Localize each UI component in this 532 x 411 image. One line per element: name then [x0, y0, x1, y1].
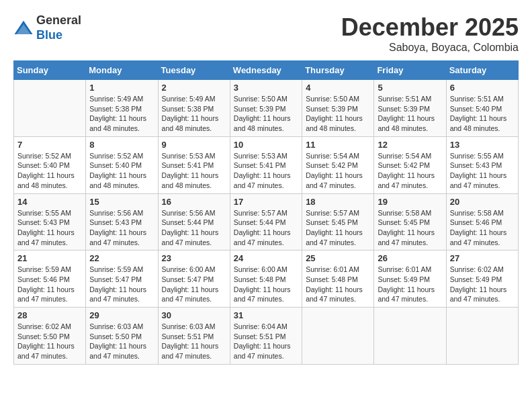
day-number: 5: [378, 83, 442, 93]
day-number: 2: [162, 83, 226, 93]
calendar-cell: 21Sunrise: 5:59 AM Sunset: 5:46 PM Dayli…: [14, 250, 86, 308]
calendar-cell: 7Sunrise: 5:52 AM Sunset: 5:40 PM Daylig…: [14, 136, 86, 193]
day-info: Sunrise: 5:52 AM Sunset: 5:40 PM Dayligh…: [89, 151, 154, 191]
calendar-cell: 18Sunrise: 5:57 AM Sunset: 5:45 PM Dayli…: [302, 193, 374, 250]
day-number: 11: [306, 140, 370, 150]
day-number: 10: [234, 140, 298, 150]
day-number: 21: [17, 253, 82, 263]
calendar-cell: 10Sunrise: 5:53 AM Sunset: 5:41 PM Dayli…: [230, 136, 302, 193]
calendar-cell: 24Sunrise: 6:00 AM Sunset: 5:48 PM Dayli…: [230, 250, 302, 308]
day-number: 26: [378, 253, 442, 263]
day-number: 8: [89, 140, 154, 150]
week-row-4: 21Sunrise: 5:59 AM Sunset: 5:46 PM Dayli…: [14, 250, 519, 308]
calendar-cell: 22Sunrise: 5:59 AM Sunset: 5:47 PM Dayli…: [86, 250, 158, 308]
day-info: Sunrise: 5:50 AM Sunset: 5:39 PM Dayligh…: [306, 94, 370, 134]
day-info: Sunrise: 6:01 AM Sunset: 5:48 PM Dayligh…: [306, 265, 370, 304]
location-subtitle: Saboya, Boyaca, Colombia: [341, 42, 519, 54]
weekday-header-row: SundayMondayTuesdayWednesdayThursdayFrid…: [14, 61, 519, 80]
day-info: Sunrise: 5:51 AM Sunset: 5:40 PM Dayligh…: [450, 94, 515, 134]
day-number: 16: [162, 197, 226, 207]
day-number: 7: [17, 140, 82, 150]
day-info: Sunrise: 6:00 AM Sunset: 5:48 PM Dayligh…: [234, 265, 298, 304]
calendar-cell: 1Sunrise: 5:49 AM Sunset: 5:38 PM Daylig…: [86, 80, 158, 137]
calendar-cell: 2Sunrise: 5:49 AM Sunset: 5:38 PM Daylig…: [158, 80, 230, 137]
day-info: Sunrise: 6:02 AM Sunset: 5:50 PM Dayligh…: [17, 322, 82, 361]
logo: General Blue: [13, 13, 81, 42]
calendar-cell: 15Sunrise: 5:56 AM Sunset: 5:43 PM Dayli…: [86, 193, 158, 250]
day-info: Sunrise: 5:58 AM Sunset: 5:46 PM Dayligh…: [450, 208, 515, 248]
calendar-table: SundayMondayTuesdayWednesdayThursdayFrid…: [13, 60, 519, 365]
logo-icon: [13, 18, 34, 38]
day-info: Sunrise: 5:59 AM Sunset: 5:46 PM Dayligh…: [17, 265, 82, 304]
weekday-header-tuesday: Tuesday: [158, 61, 230, 80]
calendar-cell: 29Sunrise: 6:03 AM Sunset: 5:50 PM Dayli…: [86, 308, 158, 365]
week-row-5: 28Sunrise: 6:02 AM Sunset: 5:50 PM Dayli…: [14, 308, 519, 365]
calendar-cell: 19Sunrise: 5:58 AM Sunset: 5:45 PM Dayli…: [374, 193, 446, 250]
weekday-header-sunday: Sunday: [14, 61, 86, 80]
day-number: 13: [450, 140, 515, 150]
calendar-cell: 23Sunrise: 6:00 AM Sunset: 5:47 PM Dayli…: [158, 250, 230, 308]
day-number: 24: [234, 253, 298, 263]
day-info: Sunrise: 5:54 AM Sunset: 5:42 PM Dayligh…: [378, 151, 442, 191]
day-number: 3: [234, 83, 298, 93]
calendar-cell: [446, 308, 518, 365]
title-block: December 2025 Saboya, Boyaca, Colombia: [341, 13, 519, 54]
calendar-cell: 20Sunrise: 5:58 AM Sunset: 5:46 PM Dayli…: [446, 193, 518, 250]
day-number: 15: [89, 197, 154, 207]
calendar-cell: 8Sunrise: 5:52 AM Sunset: 5:40 PM Daylig…: [86, 136, 158, 193]
calendar-cell: 12Sunrise: 5:54 AM Sunset: 5:42 PM Dayli…: [374, 136, 446, 193]
page-header: General Blue December 2025 Saboya, Boyac…: [13, 13, 519, 54]
day-number: 28: [17, 310, 82, 320]
calendar-cell: 4Sunrise: 5:50 AM Sunset: 5:39 PM Daylig…: [302, 80, 374, 137]
day-info: Sunrise: 5:55 AM Sunset: 5:43 PM Dayligh…: [450, 151, 515, 191]
week-row-1: 1Sunrise: 5:49 AM Sunset: 5:38 PM Daylig…: [14, 80, 519, 137]
day-info: Sunrise: 5:49 AM Sunset: 5:38 PM Dayligh…: [89, 94, 154, 134]
day-number: 19: [378, 197, 442, 207]
day-info: Sunrise: 6:00 AM Sunset: 5:47 PM Dayligh…: [162, 265, 226, 304]
day-number: 20: [450, 197, 515, 207]
logo-general: General: [36, 13, 81, 27]
calendar-cell: 31Sunrise: 6:04 AM Sunset: 5:51 PM Dayli…: [230, 308, 302, 365]
calendar-cell: 27Sunrise: 6:02 AM Sunset: 5:49 PM Dayli…: [446, 250, 518, 308]
calendar-cell: 13Sunrise: 5:55 AM Sunset: 5:43 PM Dayli…: [446, 136, 518, 193]
day-info: Sunrise: 5:56 AM Sunset: 5:44 PM Dayligh…: [162, 208, 226, 248]
weekday-header-wednesday: Wednesday: [230, 61, 302, 80]
day-info: Sunrise: 5:58 AM Sunset: 5:45 PM Dayligh…: [378, 208, 442, 248]
day-info: Sunrise: 6:01 AM Sunset: 5:49 PM Dayligh…: [378, 265, 442, 304]
day-info: Sunrise: 5:57 AM Sunset: 5:45 PM Dayligh…: [306, 208, 370, 248]
day-info: Sunrise: 5:57 AM Sunset: 5:44 PM Dayligh…: [234, 208, 298, 248]
day-number: 22: [89, 253, 154, 263]
calendar-cell: 28Sunrise: 6:02 AM Sunset: 5:50 PM Dayli…: [14, 308, 86, 365]
calendar-cell: 14Sunrise: 5:55 AM Sunset: 5:43 PM Dayli…: [14, 193, 86, 250]
week-row-3: 14Sunrise: 5:55 AM Sunset: 5:43 PM Dayli…: [14, 193, 519, 250]
day-number: 25: [306, 253, 370, 263]
day-number: 27: [450, 253, 515, 263]
calendar-cell: 16Sunrise: 5:56 AM Sunset: 5:44 PM Dayli…: [158, 193, 230, 250]
day-number: 17: [234, 197, 298, 207]
day-info: Sunrise: 5:52 AM Sunset: 5:40 PM Dayligh…: [17, 151, 82, 191]
day-number: 4: [306, 83, 370, 93]
day-number: 23: [162, 253, 226, 263]
day-info: Sunrise: 6:04 AM Sunset: 5:51 PM Dayligh…: [234, 322, 298, 361]
calendar-cell: [374, 308, 446, 365]
calendar-cell: 5Sunrise: 5:51 AM Sunset: 5:39 PM Daylig…: [374, 80, 446, 137]
weekday-header-monday: Monday: [86, 61, 158, 80]
weekday-header-thursday: Thursday: [302, 61, 374, 80]
calendar-cell: 17Sunrise: 5:57 AM Sunset: 5:44 PM Dayli…: [230, 193, 302, 250]
month-title: December 2025: [341, 13, 519, 42]
day-number: 29: [89, 310, 154, 320]
calendar-cell: 11Sunrise: 5:54 AM Sunset: 5:42 PM Dayli…: [302, 136, 374, 193]
day-info: Sunrise: 5:49 AM Sunset: 5:38 PM Dayligh…: [162, 94, 226, 134]
calendar-cell: 25Sunrise: 6:01 AM Sunset: 5:48 PM Dayli…: [302, 250, 374, 308]
day-number: 18: [306, 197, 370, 207]
day-number: 6: [450, 83, 515, 93]
day-info: Sunrise: 5:59 AM Sunset: 5:47 PM Dayligh…: [89, 265, 154, 304]
calendar-cell: 9Sunrise: 5:53 AM Sunset: 5:41 PM Daylig…: [158, 136, 230, 193]
day-number: 30: [162, 310, 226, 320]
calendar-cell: [302, 308, 374, 365]
day-info: Sunrise: 5:54 AM Sunset: 5:42 PM Dayligh…: [306, 151, 370, 191]
weekday-header-saturday: Saturday: [446, 61, 518, 80]
day-info: Sunrise: 6:03 AM Sunset: 5:51 PM Dayligh…: [162, 322, 226, 361]
day-info: Sunrise: 6:02 AM Sunset: 5:49 PM Dayligh…: [450, 265, 515, 304]
day-number: 14: [17, 197, 82, 207]
